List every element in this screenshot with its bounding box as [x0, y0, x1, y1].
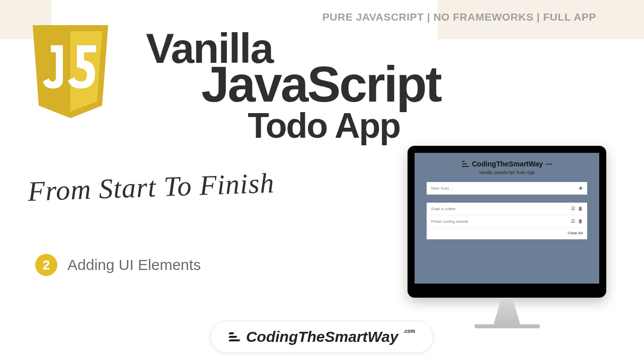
todo-item-text: Grab a coffee	[431, 207, 455, 211]
step-label: Adding UI Elements	[67, 256, 201, 274]
todo-item-text: Finish coding tutorial	[431, 219, 468, 224]
brand-tld: .com	[404, 328, 415, 334]
step-number-badge: 2	[35, 254, 57, 276]
speed-lines-icon	[462, 161, 469, 167]
new-todo-input[interactable]: New Todo ... ✚	[427, 182, 587, 195]
add-icon[interactable]: ✚	[579, 186, 583, 191]
todo-item[interactable]: Grab a coffee ☑ 🗑	[427, 203, 587, 215]
monitor-frame: CodingTheSmartWay.com Vanilla JavaScript…	[408, 146, 606, 298]
tagline-text: PURE JAVASCRIPT | NO FRAMEWORKS | FULL A…	[323, 11, 596, 23]
trash-icon[interactable]: 🗑	[578, 206, 583, 211]
brand-pill: CodingTheSmartWay .com	[210, 321, 434, 353]
title-line-2: JavaScript	[201, 55, 441, 113]
trash-icon[interactable]: 🗑	[578, 219, 583, 224]
check-icon[interactable]: ☑	[571, 219, 575, 224]
todo-item[interactable]: Finish coding tutorial ☑ 🗑	[427, 215, 587, 228]
app-preview-monitor: CodingTheSmartWay.com Vanilla JavaScript…	[408, 146, 606, 328]
screen-app-title: Vanilla JavaScript Todo App	[479, 170, 535, 175]
todo-list: Grab a coffee ☑ 🗑 Finish coding tutorial…	[427, 203, 587, 239]
title-line-3: Todo App	[248, 106, 400, 146]
monitor-screen: CodingTheSmartWay.com Vanilla JavaScript…	[415, 153, 599, 284]
step-row: 2 Adding UI Elements	[35, 254, 201, 276]
screen-brand: CodingTheSmartWay.com	[462, 160, 552, 168]
new-todo-placeholder: New Todo ...	[431, 186, 453, 191]
check-icon[interactable]: ☑	[571, 206, 575, 211]
screen-brand-tld: .com	[545, 162, 552, 165]
speed-lines-icon	[229, 332, 240, 341]
screen-brand-name: CodingTheSmartWay	[472, 160, 543, 168]
brand-name: CodingTheSmartWay	[246, 328, 398, 345]
javascript-logo-icon	[28, 20, 113, 121]
subtitle-text: From Start To Finish	[27, 166, 275, 207]
clear-all-button[interactable]: Clear All	[427, 228, 587, 239]
monitor-stand	[485, 298, 530, 325]
